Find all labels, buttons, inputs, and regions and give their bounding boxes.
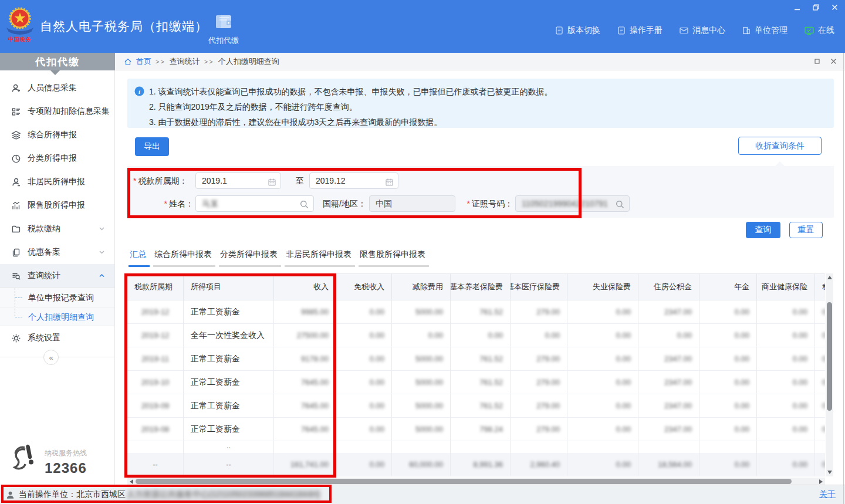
cell: 279.00 <box>511 371 567 394</box>
panel-restore-button[interactable] <box>814 57 820 66</box>
search-icon[interactable] <box>615 199 625 209</box>
table-row-2[interactable]: 2019-11正常工资薪金9178.000.005000.00761.52279… <box>127 347 825 371</box>
cell: 0.00 <box>336 300 392 324</box>
table-row-1[interactable]: 2019-12全年一次性奖金收入27500.000.000.000.000.00… <box>127 324 825 347</box>
search-button[interactable]: 查询 <box>746 222 780 238</box>
scroll-right-arrow[interactable] <box>819 479 823 484</box>
sidebar-item-label: 专项附加扣除信息采集 <box>28 106 110 117</box>
tab-4[interactable]: 限售股所得申报表 <box>359 249 429 267</box>
calendar-icon[interactable] <box>268 178 276 187</box>
panel-close-button[interactable] <box>830 57 837 66</box>
vertical-scroll-thumb[interactable] <box>827 302 832 411</box>
notice-box: i1. 该查询统计表仅能查询已申报成功的数据，不包含未申报、申报失败，已申报但已… <box>127 79 834 128</box>
sidebar-collapse-button[interactable]: « <box>43 350 59 365</box>
cell: 0.00 <box>757 300 815 324</box>
sidebar-subitem-0[interactable]: 单位申报记录查询 <box>0 288 114 307</box>
tab-0[interactable]: 汇总 <box>129 249 150 267</box>
sidebar-item-2[interactable]: 综合所得申报 <box>0 123 114 147</box>
tab-3[interactable]: 非居民所得申报表 <box>285 249 355 267</box>
calendar-icon[interactable] <box>385 178 394 187</box>
cell: 2019-09 <box>127 394 184 418</box>
document-icon <box>617 26 626 35</box>
to-label: 至 <box>296 172 304 189</box>
breadcrumb-item[interactable]: 查询统计 <box>170 56 200 67</box>
vertical-scrollbar[interactable] <box>826 273 833 476</box>
sidebar-item-5[interactable]: 限售股所得申报 <box>0 194 114 217</box>
col-header-6: 基本医疗保险费 <box>511 273 567 300</box>
person-add-icon <box>11 83 21 93</box>
sidebar-item-4[interactable]: 非居民所得申报 <box>0 170 114 194</box>
cell: 0.00 <box>567 300 638 324</box>
restore-button[interactable] <box>811 3 820 11</box>
hotline-block: 纳税服务热线12366 <box>9 444 87 476</box>
table-summary-row: ----161,741.000.0060,000.008,991.362,960… <box>127 453 825 476</box>
cell: 0 <box>815 347 825 371</box>
sidebar-item-label: 优惠备案 <box>28 247 60 258</box>
window-frame-edge <box>843 53 844 504</box>
sidebar-item-settings[interactable]: 系统设置 <box>0 326 114 350</box>
header-nav-building-3[interactable]: 单位管理 <box>742 25 787 36</box>
table-row-0[interactable]: 2019-12正常工资薪金9985.000.005000.00761.52279… <box>127 300 825 324</box>
header-nav-label: 单位管理 <box>755 25 787 36</box>
hotline-number: 12366 <box>45 460 87 476</box>
home-icon <box>124 57 132 66</box>
fold-query-button[interactable]: 收折查询条件 <box>738 137 822 155</box>
tab-1[interactable]: 综合所得申报表 <box>153 249 215 267</box>
name-input[interactable]: 马某 <box>195 195 314 212</box>
sidebar-subitem-1[interactable]: 个人扣缴明细查询 <box>0 307 114 326</box>
app-title: 自然人电子税务局（扣缴端） <box>40 18 208 35</box>
sidebar-item-7[interactable]: 优惠备案 <box>0 241 114 264</box>
period-from-input[interactable]: 2019.1 <box>195 172 281 189</box>
breadcrumb-home[interactable]: 首页 <box>136 56 151 67</box>
sidebar: 人员信息采集专项附加扣除信息采集综合所得申报分类所得申报非居民所得申报限售股所得… <box>0 70 115 485</box>
sidebar-item-1[interactable]: 专项附加扣除信息采集 <box>0 100 114 123</box>
period-to-input[interactable]: 2019.12 <box>309 172 398 189</box>
sidebar-item-0[interactable]: 人员信息采集 <box>0 76 114 100</box>
reset-button[interactable]: 重置 <box>789 222 823 238</box>
close-button[interactable] <box>830 3 839 11</box>
cell: 正常工资薪金 <box>184 347 274 371</box>
header-nav-online-status-4[interactable]: 在线 <box>804 25 834 36</box>
table-row-5[interactable]: 2019-08正常工资薪金7645.000.005000.00798.24279… <box>127 418 825 441</box>
about-link[interactable]: 关于 <box>819 489 836 500</box>
export-button[interactable]: 导出 <box>135 137 169 156</box>
tab-2[interactable]: 分类所得申报表 <box>219 249 281 267</box>
cell: 279.00 <box>511 394 567 418</box>
header-nav-document-1[interactable]: 操作手册 <box>617 25 663 36</box>
search-icon[interactable] <box>299 199 309 209</box>
sidebar-item-6[interactable]: 税款缴纳 <box>0 217 114 241</box>
cell: 2347.00 <box>638 418 699 441</box>
header-nav-label: 版本切换 <box>567 25 600 36</box>
search-list-icon <box>11 271 21 281</box>
table-row-4[interactable]: 2019-09正常工资薪金7645.000.005000.00761.52279… <box>127 394 825 418</box>
cell: 0 <box>815 324 825 347</box>
notice-line-2: 2. 只能查询2019年及之后的数据，不能进行跨年度查询。 <box>149 99 828 114</box>
header-nav-document-0[interactable]: 版本切换 <box>555 25 600 36</box>
minimize-button[interactable] <box>792 3 802 11</box>
sidebar-item-3[interactable]: 分类所得申报 <box>0 147 114 170</box>
col-header-1: 所得项目 <box>184 273 274 300</box>
table-row-partial: .. <box>127 441 825 453</box>
scroll-up-arrow[interactable] <box>827 276 832 279</box>
breadcrumb-separator: >> <box>156 58 165 65</box>
app-window: 中国税务自然人电子税务局（扣缴端）代扣代缴版本切换操作手册消息中心单位管理在线代… <box>0 0 845 504</box>
bar-chart-icon <box>11 201 21 211</box>
scroll-down-arrow[interactable] <box>827 471 832 474</box>
scroll-left-arrow[interactable] <box>130 479 133 484</box>
cell: 2347.00 <box>638 394 699 418</box>
summary-cell: 0.00 <box>336 453 392 476</box>
col-header-3: 免税收入 <box>336 273 392 300</box>
module-tab-withholding[interactable]: 代扣代缴 <box>205 12 242 46</box>
col-header-7: 失业保险费 <box>567 273 638 300</box>
header-nav-label: 在线 <box>818 25 834 36</box>
cell: 0.00 <box>699 300 757 324</box>
panel-controls <box>814 53 837 70</box>
horizontal-scroll-thumb[interactable] <box>136 479 792 484</box>
sidebar-item-8[interactable]: 查询统计 <box>0 264 114 287</box>
cell: 0.00 <box>699 324 757 347</box>
cell: 2347.00 <box>638 300 699 324</box>
mail-icon <box>679 26 689 35</box>
module-tab-label: 代扣代缴 <box>205 35 242 46</box>
header-nav-mail-2[interactable]: 消息中心 <box>679 25 725 36</box>
table-row-3[interactable]: 2019-10正常工资薪金7645.000.005000.00761.52279… <box>127 371 825 394</box>
